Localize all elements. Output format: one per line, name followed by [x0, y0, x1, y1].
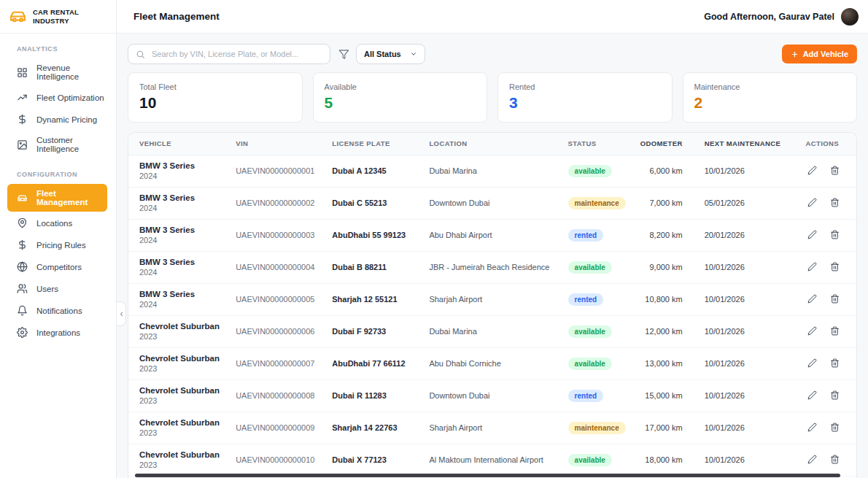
- table-row: Chevrolet Suburban 2023 UAEVIN0000000000…: [128, 315, 856, 347]
- pencil-icon: [807, 294, 817, 304]
- delete-vehicle-button[interactable]: [830, 455, 840, 464]
- status-badge: maintenance: [568, 197, 626, 209]
- vehicle-year: 2023: [139, 364, 236, 373]
- fleet-table-card: VEHICLE VIN LICENSE PLATE LOCATION STATU…: [128, 132, 857, 478]
- vehicle-year: 2023: [139, 396, 236, 405]
- pencil-icon: [807, 423, 817, 432]
- status-badge: rented: [568, 390, 604, 402]
- sidebar-item-pricing-rules[interactable]: Pricing Rules: [7, 234, 107, 255]
- edit-vehicle-button[interactable]: [807, 455, 817, 464]
- status-filter-select[interactable]: All Status: [356, 44, 425, 64]
- stat-label: Rented: [509, 82, 661, 91]
- vehicle-model: Chevrolet Suburban: [139, 322, 236, 331]
- vehicle-location: Abu Dhabi Corniche: [429, 347, 567, 379]
- table-row: Chevrolet Suburban 2023 UAEVIN0000000000…: [128, 347, 856, 379]
- edit-vehicle-button[interactable]: [807, 294, 817, 304]
- sidebar-item-dynamic-pricing[interactable]: Dynamic Pricing: [7, 109, 107, 130]
- trash-icon: [830, 294, 840, 304]
- filter-icon[interactable]: [338, 49, 349, 60]
- col-header-vehicle: VEHICLE: [128, 133, 236, 155]
- delete-vehicle-button[interactable]: [830, 230, 840, 239]
- image-icon: [17, 139, 28, 150]
- car-logo-icon: [9, 7, 27, 26]
- sidebar-item-fleet-management[interactable]: Fleet Management: [7, 184, 107, 212]
- vehicle-model: Chevrolet Suburban: [139, 354, 236, 363]
- delete-vehicle-button[interactable]: [830, 166, 840, 175]
- sidebar-item-notifications[interactable]: Notifications: [7, 300, 107, 321]
- stat-value: 10: [139, 95, 291, 110]
- vehicle-vin: UAEVIN00000000008: [236, 379, 332, 412]
- sidebar-item-locations[interactable]: Locations: [7, 212, 107, 234]
- users-icon: [17, 283, 28, 294]
- vehicle-next-maintenance: 10/01/2026: [683, 444, 788, 476]
- vehicle-year: 2024: [139, 268, 236, 277]
- edit-vehicle-button[interactable]: [807, 198, 817, 207]
- trash-icon: [830, 198, 840, 207]
- fleet-table: VEHICLE VIN LICENSE PLATE LOCATION STATU…: [128, 133, 856, 477]
- vehicle-odometer: 15,000 km: [613, 379, 683, 412]
- user-avatar[interactable]: [841, 8, 859, 26]
- trash-icon: [830, 390, 840, 400]
- sidebar-item-revenue-intelligence[interactable]: Revenue Intelligence: [7, 58, 107, 86]
- vehicle-vin: UAEVIN00000000003: [236, 219, 332, 251]
- vehicle-next-maintenance: 20/01/2026: [683, 219, 788, 251]
- sidebar-item-integrations[interactable]: Integrations: [7, 322, 107, 343]
- edit-vehicle-button[interactable]: [807, 423, 817, 432]
- edit-vehicle-button[interactable]: [807, 262, 817, 271]
- search-input[interactable]: [150, 49, 322, 59]
- dollar-icon: [17, 114, 28, 125]
- vehicle-license-plate: Dubai R 11283: [332, 379, 429, 412]
- sidebar-item-users[interactable]: Users: [7, 278, 107, 299]
- horizontal-scrollbar-thumb[interactable]: [135, 474, 840, 477]
- vehicle-location: Sharjah Airport: [429, 283, 567, 315]
- vehicle-odometer: 8,200 km: [613, 219, 683, 251]
- trash-icon: [830, 358, 840, 368]
- sidebar-section-analytics: ANALYTICS: [0, 34, 116, 58]
- delete-vehicle-button[interactable]: [830, 294, 840, 304]
- delete-vehicle-button[interactable]: [830, 326, 840, 336]
- car-icon: [17, 193, 28, 204]
- table-row: BMW 3 Series 2024 UAEVIN00000000005 Shar…: [128, 283, 856, 315]
- trending-up-icon: [17, 92, 28, 103]
- vehicle-odometer: 10,800 km: [613, 283, 683, 315]
- vehicle-odometer: 13,000 km: [613, 347, 683, 379]
- delete-vehicle-button[interactable]: [830, 423, 840, 432]
- map-pin-icon: [17, 217, 28, 228]
- edit-vehicle-button[interactable]: [807, 230, 817, 239]
- vehicle-location: Dubai Marina: [429, 155, 567, 187]
- status-badge: available: [568, 165, 612, 177]
- table-row: BMW 3 Series 2024 UAEVIN00000000004 Duba…: [128, 251, 856, 283]
- vehicle-license-plate: Dubai F 92733: [332, 315, 429, 347]
- table-row: BMW 3 Series 2024 UAEVIN00000000003 AbuD…: [128, 219, 856, 251]
- edit-vehicle-button[interactable]: [807, 358, 817, 368]
- delete-vehicle-button[interactable]: [830, 262, 840, 271]
- sidebar-item-customer-intelligence[interactable]: Customer Intelligence: [7, 131, 107, 158]
- sidebar-collapse-button[interactable]: [117, 301, 126, 326]
- chevron-left-icon: [118, 311, 125, 317]
- sidebar-item-competitors[interactable]: Competitors: [7, 256, 107, 277]
- edit-vehicle-button[interactable]: [807, 390, 817, 400]
- delete-vehicle-button[interactable]: [830, 358, 840, 368]
- vehicle-location: Abu Dhabi Airport: [429, 219, 567, 251]
- vehicle-vin: UAEVIN00000000010: [236, 444, 332, 476]
- stat-label: Available: [325, 82, 476, 91]
- delete-vehicle-button[interactable]: [830, 390, 840, 400]
- vehicle-license-plate: Sharjah 12 55121: [332, 283, 429, 315]
- pencil-icon: [807, 326, 817, 336]
- edit-vehicle-button[interactable]: [807, 166, 817, 175]
- edit-vehicle-button[interactable]: [807, 326, 817, 336]
- stat-cards: Total Fleet 10 Available 5 Rented 3 Main…: [128, 72, 857, 123]
- search-box: [128, 44, 330, 64]
- top-bar: Fleet Management Good Afternoon, Gaurav …: [117, 0, 868, 34]
- table-header-row: VEHICLE VIN LICENSE PLATE LOCATION STATU…: [128, 133, 856, 155]
- trash-icon: [830, 326, 840, 336]
- add-vehicle-button[interactable]: Add Vehicle: [782, 45, 857, 63]
- trash-icon: [830, 262, 840, 271]
- vehicle-model: BMW 3 Series: [139, 161, 236, 170]
- sidebar-section-configuration: CONFIGURATION: [0, 159, 116, 183]
- sidebar-item-fleet-optimization[interactable]: Fleet Optimization: [7, 87, 107, 108]
- vehicle-next-maintenance: 10/01/2026: [683, 155, 788, 187]
- vehicle-year: 2023: [139, 428, 236, 437]
- delete-vehicle-button[interactable]: [830, 198, 840, 207]
- stat-card-maintenance: Maintenance 2: [683, 72, 858, 123]
